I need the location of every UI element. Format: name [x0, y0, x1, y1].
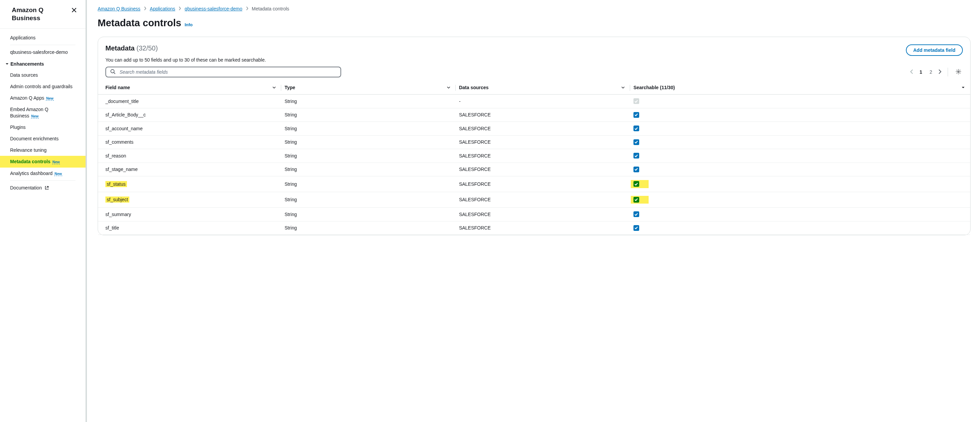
- sidebar-item-applications[interactable]: Applications: [0, 32, 86, 43]
- new-badge: New: [52, 160, 60, 164]
- cell-searchable: [630, 149, 970, 163]
- chevron-right-icon: [144, 6, 146, 11]
- table-row: sf_statusStringSALESFORCE: [98, 176, 970, 192]
- table-row: _document_titleString-: [98, 95, 970, 108]
- breadcrumb-link[interactable]: Applications: [150, 6, 175, 11]
- cell-field-name: sf_summary: [98, 208, 281, 221]
- table-row: sf_account_nameStringSALESFORCE: [98, 122, 970, 136]
- search-input[interactable]: [105, 67, 341, 78]
- searchable-checkbox[interactable]: [633, 181, 639, 187]
- cell-searchable: [630, 192, 970, 208]
- cell-data-source: SALESFORCE: [456, 122, 630, 136]
- sort-icon: [447, 85, 450, 90]
- breadcrumb-link[interactable]: qbusiness-salesforce-demo: [185, 6, 242, 11]
- new-badge: New: [46, 96, 54, 101]
- cell-data-source: SALESFORCE: [456, 208, 630, 221]
- cell-searchable: [630, 135, 970, 149]
- chevron-right-icon: [246, 6, 248, 11]
- table-row: sf_titleStringSALESFORCE: [98, 221, 970, 235]
- sidebar-item-app-instance[interactable]: qbusiness-salesforce-demo: [0, 46, 86, 58]
- cell-type: String: [281, 149, 456, 163]
- sidebar-item[interactable]: Data sources: [0, 69, 86, 81]
- cell-type: String: [281, 192, 456, 208]
- cell-field-name: sf_account_name: [98, 122, 281, 136]
- page-number[interactable]: 1: [918, 69, 923, 75]
- col-field-name[interactable]: Field name: [98, 81, 281, 95]
- searchable-checkbox[interactable]: [633, 167, 639, 172]
- svg-point-1: [958, 71, 959, 72]
- page-next-button[interactable]: [938, 69, 942, 75]
- cell-searchable: [630, 108, 970, 122]
- cell-type: String: [281, 221, 456, 235]
- searchable-checkbox[interactable]: [633, 112, 639, 118]
- chevron-right-icon: [178, 6, 181, 11]
- sidebar-item[interactable]: Plugins: [0, 122, 86, 133]
- cell-data-source: SALESFORCE: [456, 135, 630, 149]
- breadcrumb-link[interactable]: Amazon Q Business: [98, 6, 140, 11]
- caret-down-icon: [5, 62, 9, 66]
- breadcrumb: Amazon Q Business Applications qbusiness…: [98, 5, 970, 17]
- external-link-icon: [45, 186, 49, 190]
- sidebar-item[interactable]: Embed Amazon Q BusinessNew: [0, 104, 86, 121]
- page-prev-button[interactable]: [910, 69, 913, 75]
- sidebar-item-documentation[interactable]: Documentation: [0, 182, 86, 194]
- cell-data-source: SALESFORCE: [456, 192, 630, 208]
- col-data-sources[interactable]: Data sources: [456, 81, 630, 95]
- cell-field-name: sf_Article_Body__c: [98, 108, 281, 122]
- metadata-panel: Metadata (32/50) Add metadata field You …: [98, 36, 970, 235]
- cell-data-source: SALESFORCE: [456, 108, 630, 122]
- sidebar-title: Amazon Q Business: [12, 6, 71, 22]
- sidebar-section-enhancements[interactable]: Enhancements: [0, 58, 86, 69]
- metadata-table: Field name Type Data sources Search: [98, 81, 970, 235]
- close-icon[interactable]: [71, 6, 78, 15]
- sidebar-item[interactable]: Admin controls and guardrails: [0, 81, 86, 92]
- info-link[interactable]: Info: [185, 22, 192, 27]
- cell-data-source: SALESFORCE: [456, 149, 630, 163]
- cell-searchable: [630, 176, 970, 192]
- cell-searchable: [630, 122, 970, 136]
- sort-icon: [621, 85, 625, 90]
- cell-field-name: sf_reason: [98, 149, 281, 163]
- gear-icon[interactable]: [954, 67, 963, 77]
- searchable-checkbox[interactable]: [633, 139, 639, 145]
- sidebar-item[interactable]: Relevance tuning: [0, 144, 86, 156]
- cell-field-name: sf_stage_name: [98, 163, 281, 176]
- cell-field-name: sf_title: [98, 221, 281, 235]
- searchable-checkbox[interactable]: [633, 98, 639, 104]
- sidebar-item[interactable]: Analytics dashboardNew: [0, 168, 86, 179]
- table-row: sf_subjectStringSALESFORCE: [98, 192, 970, 208]
- panel-subtitle: You can add up to 50 fields and up to 30…: [98, 57, 970, 63]
- searchable-checkbox[interactable]: [633, 197, 639, 203]
- cell-data-source: SALESFORCE: [456, 221, 630, 235]
- table-row: sf_summaryStringSALESFORCE: [98, 208, 970, 221]
- panel-title: Metadata (32/50): [105, 44, 158, 52]
- searchable-checkbox[interactable]: [633, 153, 639, 159]
- cell-type: String: [281, 108, 456, 122]
- cell-field-name: sf_subject: [98, 192, 281, 208]
- cell-type: String: [281, 95, 456, 108]
- col-searchable[interactable]: Searchable (11/30): [630, 81, 970, 95]
- sidebar: Amazon Q Business Applications qbusiness…: [0, 0, 86, 422]
- col-type[interactable]: Type: [281, 81, 456, 95]
- cell-data-source: SALESFORCE: [456, 163, 630, 176]
- cell-data-source: -: [456, 95, 630, 108]
- cell-field-name: _document_title: [98, 95, 281, 108]
- add-metadata-field-button[interactable]: Add metadata field: [906, 44, 963, 56]
- cell-type: String: [281, 135, 456, 149]
- searchable-checkbox[interactable]: [633, 211, 639, 217]
- cell-field-name: sf_status: [98, 176, 281, 192]
- searchable-checkbox[interactable]: [633, 125, 639, 131]
- sidebar-item[interactable]: Document enrichments: [0, 133, 86, 144]
- searchable-checkbox[interactable]: [633, 225, 639, 231]
- table-row: sf_stage_nameStringSALESFORCE: [98, 163, 970, 176]
- pagination: 1 2: [910, 69, 942, 75]
- sidebar-item[interactable]: Metadata controlsNew: [0, 156, 86, 167]
- page-number[interactable]: 2: [928, 69, 934, 75]
- sidebar-item[interactable]: Amazon Q AppsNew: [0, 92, 86, 104]
- new-badge: New: [54, 171, 62, 176]
- new-badge: New: [31, 114, 39, 119]
- cell-searchable: [630, 221, 970, 235]
- svg-point-0: [111, 70, 114, 73]
- cell-data-source: SALESFORCE: [456, 176, 630, 192]
- cell-type: String: [281, 176, 456, 192]
